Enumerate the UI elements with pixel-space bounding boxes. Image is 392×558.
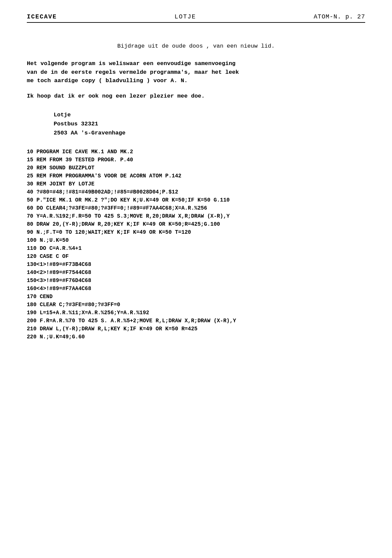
header-publication: ICECAVE (27, 13, 57, 20)
signature-name: Lotje (54, 110, 365, 119)
code-line-10: 90 N.;F.T=0 TO 120;WAIT;KEY K;IF K=49 OR… (27, 228, 365, 236)
code-line-20: 190 L=15+A.R.%11;X=A.R.%256;Y=A.R.%192 (27, 309, 365, 317)
code-listing: 10 PROGRAM ICE CAVE MK.1 AND MK.215 REM … (27, 148, 365, 341)
signature-postbox: Postbus 32321 (54, 119, 365, 128)
code-line-12: 110 DO C=A.R.%4+1 (27, 244, 365, 253)
code-line-0: 10 PROGRAM ICE CAVE MK.1 AND MK.2 (27, 148, 365, 156)
page-header: ICECAVE LOTJE ATOM-N. p. 27 (27, 13, 365, 23)
signature-block: Lotje Postbus 32321 2503 AA 's-Gravenhag… (54, 110, 365, 138)
code-line-16: 150<3>!#89=#F76D4C68 (27, 277, 365, 285)
code-line-5: 40 ?#80=#48;!#81=#49B002AD;!#85=#B0028D0… (27, 188, 365, 196)
code-line-23: 220 N.;U.K=49;G.60 (27, 333, 365, 341)
code-line-22: 210 DRAW L,(Y-R);DRAW R,L;KEY K;IF K=49 … (27, 325, 365, 333)
code-line-7: 60 DO CLEAR4;?#3FE=#80;?#3FF=0;!#89=#F7A… (27, 204, 365, 212)
code-line-8: 70 Y=A.R.%192;F.R=50 TO 425 S.3;MOVE R,2… (27, 212, 365, 220)
code-line-17: 160<4>!#89=#F7AA4C68 (27, 285, 365, 293)
code-line-2: 20 REM SOUND BUZZPLOT (27, 164, 365, 172)
body-line-2: van de in de eerste regels vermelde prog… (27, 69, 239, 75)
code-line-14: 130<1>!#89=#F73B4C68 (27, 261, 365, 269)
code-line-13: 120 CASE C OF (27, 253, 365, 261)
code-line-4: 30 REM JOINT BY LOTJE (27, 180, 365, 188)
code-line-11: 100 N.;U.K=50 (27, 236, 365, 244)
page: ICECAVE LOTJE ATOM-N. p. 27 Bijdrage uit… (0, 0, 392, 558)
page-content: Bijdrage uit de oude doos , van een nieu… (27, 43, 365, 341)
code-line-1: 15 REM FROM 39 TESTED PROGR. P.40 (27, 156, 365, 164)
code-line-18: 170 CEND (27, 293, 365, 301)
intro-paragraph: Bijdrage uit de oude doos , van een nieu… (27, 43, 365, 49)
code-line-15: 140<2>!#89=#F7544C68 (27, 269, 365, 277)
code-line-3: 25 REM FROM PROGRAMMA'S VOOR DE ACORN AT… (27, 172, 365, 180)
header-page-info: ATOM-N. p. 27 (314, 13, 365, 20)
code-line-19: 180 CLEAR C;?#3FE=#80;?#3FF=0 (27, 301, 365, 309)
code-line-21: 200 F.R=A.R.%70 TO 425 S. A.R.%5+2;MOVE … (27, 317, 365, 325)
code-line-6: 50 P."ICE MK.1 OR MK.2 ?";DO KEY K;U.K=4… (27, 196, 365, 204)
body-line-3: me toch aardige copy ( bladvulling ) voo… (27, 77, 187, 84)
body-paragraph-1: Het volgende program is weliswaar een ee… (27, 59, 365, 85)
signature-city: 2503 AA 's-Gravenhage (54, 128, 365, 137)
code-line-9: 80 DRAW 20,(Y-R);DRAW R,20;KEY K;IF K=49… (27, 220, 365, 228)
body-line-1: Het volgende program is weliswaar een ee… (27, 60, 235, 67)
body-paragraph-2: Ik hoop dat ik er ook nog een lezer plez… (27, 92, 365, 101)
header-title: LOTJE (175, 13, 196, 20)
